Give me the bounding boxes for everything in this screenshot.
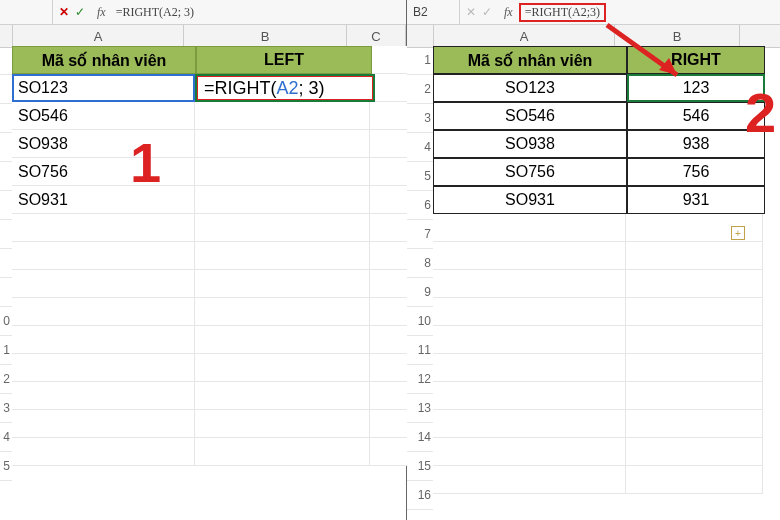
confirm-icon[interactable]: ✓: [75, 5, 85, 19]
row-headers: 012345: [0, 46, 12, 481]
column-headers: A B C: [0, 25, 406, 48]
cancel-icon: ✕: [466, 5, 476, 19]
header-cell-a[interactable]: Mã số nhân viên: [12, 46, 196, 74]
fx-icon[interactable]: fx: [97, 5, 106, 20]
row-headers: 12345678910111213141516: [407, 46, 433, 510]
formula-bar: ✕ ✓ fx =RIGHT(A2; 3): [0, 0, 406, 25]
formula-input[interactable]: =RIGHT(A2;3): [519, 3, 606, 22]
cell-b5[interactable]: 756: [627, 158, 765, 186]
cell-a5[interactable]: SO756: [12, 158, 195, 186]
cell-a3[interactable]: SO546: [433, 102, 627, 130]
col-header-a[interactable]: A: [13, 25, 184, 47]
autofill-options-icon[interactable]: +: [731, 226, 745, 240]
col-header-c[interactable]: C: [347, 25, 406, 47]
formula-bar: B2 ✕ ✓ fx =RIGHT(A2;3): [407, 0, 780, 25]
cell-a2[interactable]: SO123: [12, 74, 195, 102]
fx-icon[interactable]: fx: [504, 5, 513, 20]
cell-b6[interactable]: 931: [627, 186, 765, 214]
cell-a3[interactable]: SO546: [12, 102, 195, 130]
arrow-icon: [597, 20, 697, 90]
header-cell-b[interactable]: LEFT: [196, 46, 372, 74]
col-header-b[interactable]: B: [184, 25, 347, 47]
name-box[interactable]: B2: [407, 0, 460, 24]
cell-a6[interactable]: SO931: [12, 186, 195, 214]
cell-b2-editing[interactable]: =RIGHT(A2; 3): [195, 74, 375, 102]
pane-result: B2 ✕ ✓ fx =RIGHT(A2;3) A B 1234567891011…: [407, 0, 780, 520]
annotation-badge-2: 2: [745, 80, 776, 145]
cancel-icon[interactable]: ✕: [59, 5, 69, 19]
col-header-a[interactable]: A: [434, 25, 615, 47]
cell-a4[interactable]: SO938: [433, 130, 627, 158]
cell-a4[interactable]: SO938: [12, 130, 195, 158]
name-box[interactable]: [0, 0, 53, 24]
column-headers: A B: [407, 25, 780, 48]
formula-input[interactable]: =RIGHT(A2; 3): [112, 5, 198, 20]
annotation-badge-1: 1: [130, 130, 161, 195]
cell-a5[interactable]: SO756: [433, 158, 627, 186]
pane-formula-entry: ✕ ✓ fx =RIGHT(A2; 3) A B C 012345 Mã số …: [0, 0, 407, 520]
confirm-icon: ✓: [482, 5, 492, 19]
cell-a6[interactable]: SO931: [433, 186, 627, 214]
